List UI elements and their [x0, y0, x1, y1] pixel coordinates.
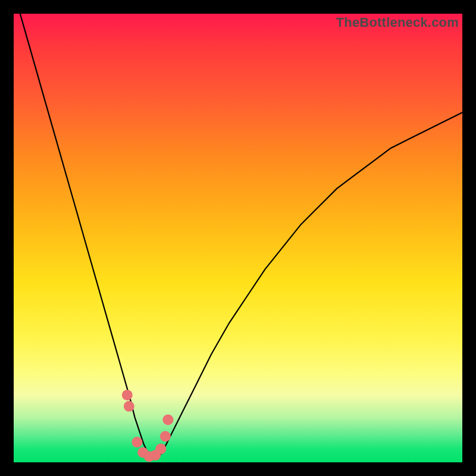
curve-marker [160, 431, 171, 441]
curve-marker [122, 390, 133, 400]
curve-marker [155, 443, 166, 454]
curve-marker [131, 437, 142, 447]
curve-marker [124, 401, 134, 412]
bottleneck-curve [14, 14, 462, 462]
curve-marker [162, 414, 173, 425]
